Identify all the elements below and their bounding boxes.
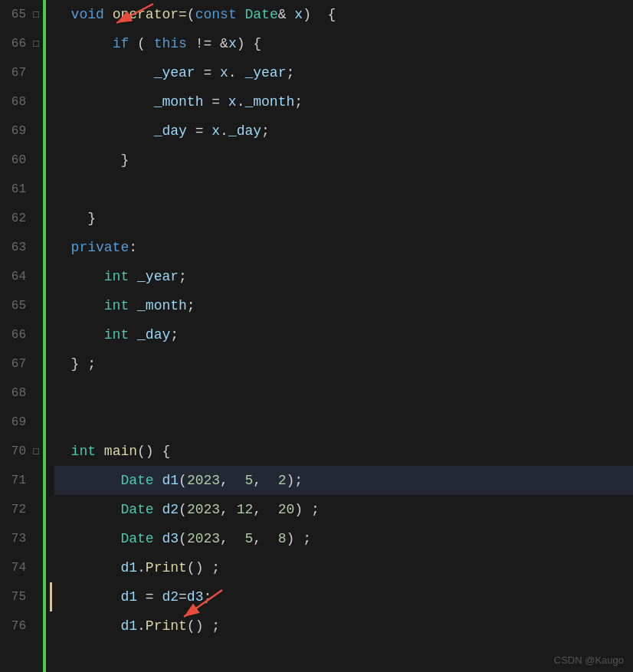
token: } ;	[54, 356, 96, 372]
code-line[interactable]: }	[54, 146, 633, 175]
line-number: 64	[0, 270, 31, 284]
token: _year	[154, 65, 195, 80]
fold-icon[interactable]: □	[31, 9, 41, 21]
token: d3	[187, 589, 204, 605]
token: (	[179, 502, 187, 517]
token: 2023	[187, 502, 220, 517]
line-number: 61	[0, 182, 31, 196]
code-line[interactable]: }	[54, 204, 633, 233]
code-line[interactable]: _year = x. _year;	[54, 58, 633, 87]
line-number: 69	[0, 124, 31, 138]
token: .	[228, 65, 245, 80]
line-number: 67	[0, 66, 31, 80]
token: Date	[245, 7, 278, 22]
token: ,	[253, 502, 277, 517]
token	[54, 298, 104, 313]
line-number: 75	[0, 590, 31, 604]
code-line[interactable]: Date d1(2023, 5, 2);	[54, 466, 633, 495]
code-line[interactable]: int _year;	[54, 262, 633, 291]
token	[154, 473, 162, 488]
line-number: 60	[0, 153, 31, 167]
token: 2023	[187, 473, 220, 488]
token: main	[104, 444, 137, 459]
code-line[interactable]: private:	[54, 233, 633, 262]
token: .	[237, 94, 245, 110]
token	[129, 327, 137, 343]
code-line[interactable]: _day = x._day;	[54, 116, 633, 146]
token: _month	[137, 298, 187, 313]
token: x	[228, 94, 237, 110]
line-number: 67	[0, 357, 31, 371]
token: ,	[220, 531, 244, 546]
token: int	[104, 298, 129, 313]
token: ) {	[303, 7, 336, 22]
line-number: 71	[0, 474, 31, 487]
line-number: 65	[0, 8, 31, 21]
token: d1	[120, 589, 137, 605]
token: Print	[146, 560, 187, 575]
line-gutter: 65□66□6768696061626364656667686970□71727…	[0, 0, 50, 672]
code-line[interactable]: Date d3(2023, 5, 8) ;	[54, 524, 633, 553]
code-line[interactable]: } ;	[54, 349, 633, 379]
fold-icon[interactable]: □	[31, 38, 41, 50]
token: );	[287, 473, 303, 488]
token	[54, 94, 154, 110]
token: .	[137, 560, 146, 575]
token: Print	[146, 618, 187, 634]
code-line[interactable]: _month = x._month;	[54, 87, 633, 116]
token: d2	[162, 589, 179, 605]
code-area: 65□66□6768696061626364656667686970□71727…	[0, 0, 633, 672]
token: ;	[261, 123, 270, 139]
token: _day	[154, 123, 187, 139]
token: &	[278, 7, 287, 22]
code-line[interactable]: d1 = d2=d3;	[54, 582, 633, 611]
token	[129, 269, 137, 284]
token: int	[71, 444, 96, 459]
token: }	[54, 152, 129, 168]
code-lines[interactable]: void operator=(const Date& x) { if ( thi…	[50, 0, 633, 672]
token	[54, 240, 71, 255]
code-line[interactable]: void operator=(const Date& x) {	[54, 0, 633, 29]
token: operator=	[113, 7, 187, 22]
token: ;	[187, 298, 195, 313]
token: int	[104, 269, 129, 284]
token	[96, 444, 104, 459]
token: ) {	[237, 36, 261, 51]
token: d1	[120, 618, 137, 634]
token	[54, 7, 71, 22]
token: 2023	[187, 531, 220, 546]
token	[129, 298, 137, 313]
code-line[interactable]: d1.Print() ;	[54, 553, 633, 582]
token: (	[187, 7, 195, 22]
watermark-text: CSDN @Kaugo	[554, 654, 624, 666]
code-line[interactable]: if ( this != &x) {	[54, 29, 633, 58]
line-number: 62	[0, 211, 31, 225]
token: void	[71, 7, 104, 22]
token: x	[212, 123, 220, 139]
fold-icon[interactable]: □	[31, 446, 41, 457]
code-line[interactable]: int _month;	[54, 291, 633, 320]
token: .	[220, 123, 228, 139]
token: =	[137, 589, 162, 605]
token: x	[294, 7, 303, 22]
token: ;	[170, 327, 179, 343]
code-line[interactable]: d1.Print() ;	[54, 611, 633, 641]
code-line[interactable]	[54, 379, 633, 408]
line-number: 68	[0, 386, 31, 400]
token: _year	[137, 269, 179, 284]
token	[54, 36, 113, 51]
line-number: 66	[0, 328, 31, 342]
token	[154, 531, 162, 546]
code-line[interactable]: Date d2(2023, 12, 20) ;	[54, 495, 633, 524]
code-line[interactable]	[54, 175, 633, 204]
code-line[interactable]: int main() {	[54, 437, 633, 466]
token: ,	[220, 473, 244, 488]
line-number: 72	[0, 503, 31, 516]
token	[237, 7, 245, 22]
token: () {	[137, 444, 170, 459]
code-line[interactable]: int _day;	[54, 320, 633, 349]
token	[54, 269, 104, 284]
code-line[interactable]	[54, 408, 633, 437]
token: :	[129, 240, 137, 255]
token: ) ;	[287, 531, 311, 546]
